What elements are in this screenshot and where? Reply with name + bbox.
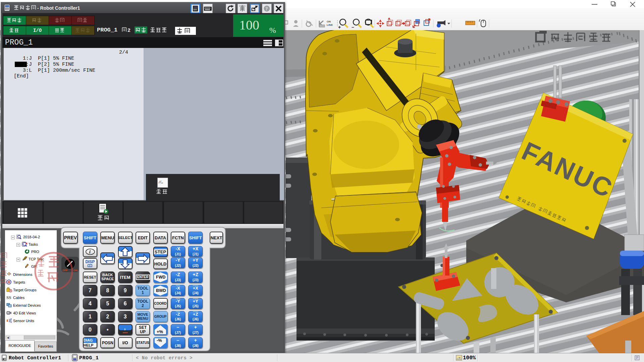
svg-text:-%: -% xyxy=(157,338,162,343)
svg-text:2: 2 xyxy=(127,28,130,34)
svg-text:- Robot Controller1: - Robot Controller1 xyxy=(37,5,80,11)
svg-text:ON: ON xyxy=(327,20,331,23)
svg-text:i: i xyxy=(89,249,91,254)
svg-text:?: ? xyxy=(265,6,268,11)
svg-text:FWD: FWD xyxy=(156,275,165,280)
svg-text:,: , xyxy=(124,325,125,330)
svg-text:+: + xyxy=(338,24,341,30)
svg-text:–: – xyxy=(352,24,354,30)
svg-text:BWD: BWD xyxy=(156,288,166,293)
svg-text:LINE: LINE xyxy=(327,23,333,26)
svg-text:+%: +% xyxy=(157,329,163,334)
